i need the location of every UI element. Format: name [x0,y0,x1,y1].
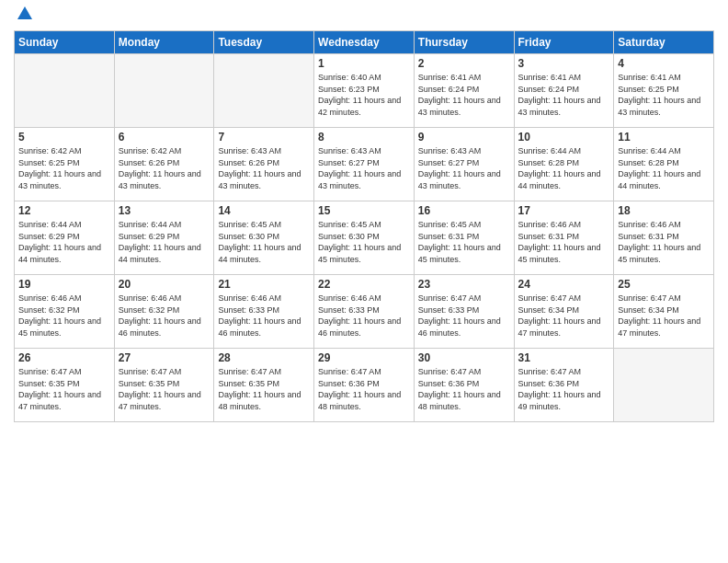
day-info: Sunrise: 6:44 AMSunset: 6:28 PMDaylight:… [618,145,710,191]
calendar-cell: 9 Sunrise: 6:43 AMSunset: 6:27 PMDayligh… [414,128,514,201]
calendar-cell: 14 Sunrise: 6:45 AMSunset: 6:30 PMDaylig… [214,201,314,275]
calendar-cell: 4 Sunrise: 6:41 AMSunset: 6:25 PMDayligh… [614,54,714,128]
day-info: Sunrise: 6:41 AMSunset: 6:24 PMDaylight:… [518,72,610,118]
day-number: 27 [119,351,210,364]
calendar-cell: 20 Sunrise: 6:46 AMSunset: 6:32 PMDaylig… [114,275,214,349]
calendar-header-friday: Friday [514,31,614,54]
day-number: 19 [18,278,110,291]
day-info: Sunrise: 6:40 AMSunset: 6:23 PMDaylight:… [318,72,410,118]
day-info: Sunrise: 6:47 AMSunset: 6:33 PMDaylight:… [418,293,510,339]
day-number: 5 [18,131,110,144]
calendar-cell [15,54,115,128]
calendar-cell: 6 Sunrise: 6:42 AMSunset: 6:26 PMDayligh… [114,128,214,201]
day-number: 22 [318,278,410,291]
day-info: Sunrise: 6:47 AMSunset: 6:35 PMDaylight:… [119,366,210,412]
calendar-header-tuesday: Tuesday [214,31,314,54]
calendar-cell: 30 Sunrise: 6:47 AMSunset: 6:36 PMDaylig… [414,349,514,422]
calendar-cell: 21 Sunrise: 6:46 AMSunset: 6:33 PMDaylig… [214,275,314,349]
day-info: Sunrise: 6:41 AMSunset: 6:25 PMDaylight:… [618,72,710,118]
calendar-cell: 28 Sunrise: 6:47 AMSunset: 6:35 PMDaylig… [214,349,314,422]
day-info: Sunrise: 6:45 AMSunset: 6:30 PMDaylight:… [218,219,310,265]
day-info: Sunrise: 6:43 AMSunset: 6:27 PMDaylight:… [418,145,510,191]
day-number: 30 [418,351,510,364]
calendar-cell: 8 Sunrise: 6:43 AMSunset: 6:27 PMDayligh… [314,128,415,201]
header [14,9,714,23]
calendar-week-5: 26 Sunrise: 6:47 AMSunset: 6:35 PMDaylig… [15,349,714,422]
logo-icon [16,5,34,23]
svg-marker-0 [17,6,32,19]
day-number: 7 [218,131,310,144]
day-number: 3 [518,57,610,70]
calendar-cell [214,54,314,128]
calendar-header-row: SundayMondayTuesdayWednesdayThursdayFrid… [15,31,714,54]
calendar-cell: 26 Sunrise: 6:47 AMSunset: 6:35 PMDaylig… [15,349,115,422]
calendar-header-saturday: Saturday [614,31,714,54]
calendar-week-3: 12 Sunrise: 6:44 AMSunset: 6:29 PMDaylig… [15,201,714,275]
calendar-week-1: 1 Sunrise: 6:40 AMSunset: 6:23 PMDayligh… [15,54,714,128]
day-number: 9 [418,131,510,144]
day-info: Sunrise: 6:47 AMSunset: 6:34 PMDaylight:… [618,293,710,339]
day-number: 4 [618,57,710,70]
calendar-cell: 17 Sunrise: 6:46 AMSunset: 6:31 PMDaylig… [514,201,614,275]
calendar-cell: 23 Sunrise: 6:47 AMSunset: 6:33 PMDaylig… [414,275,514,349]
calendar-week-2: 5 Sunrise: 6:42 AMSunset: 6:25 PMDayligh… [15,128,714,201]
day-info: Sunrise: 6:47 AMSunset: 6:36 PMDaylight:… [318,366,410,412]
calendar-cell: 3 Sunrise: 6:41 AMSunset: 6:24 PMDayligh… [514,54,614,128]
day-number: 26 [18,351,110,364]
day-number: 14 [218,204,310,217]
calendar-cell: 7 Sunrise: 6:43 AMSunset: 6:26 PMDayligh… [214,128,314,201]
day-number: 21 [218,278,310,291]
calendar-cell: 11 Sunrise: 6:44 AMSunset: 6:28 PMDaylig… [614,128,714,201]
day-number: 17 [518,204,610,217]
day-info: Sunrise: 6:45 AMSunset: 6:30 PMDaylight:… [318,219,410,265]
day-number: 13 [119,204,210,217]
calendar-week-4: 19 Sunrise: 6:46 AMSunset: 6:32 PMDaylig… [15,275,714,349]
calendar-cell: 2 Sunrise: 6:41 AMSunset: 6:24 PMDayligh… [414,54,514,128]
day-info: Sunrise: 6:43 AMSunset: 6:26 PMDaylight:… [218,145,310,191]
day-number: 29 [318,351,410,364]
day-info: Sunrise: 6:42 AMSunset: 6:25 PMDaylight:… [18,145,110,191]
calendar-cell: 15 Sunrise: 6:45 AMSunset: 6:30 PMDaylig… [314,201,415,275]
day-info: Sunrise: 6:41 AMSunset: 6:24 PMDaylight:… [418,72,510,118]
day-info: Sunrise: 6:46 AMSunset: 6:33 PMDaylight:… [218,293,310,339]
day-info: Sunrise: 6:45 AMSunset: 6:31 PMDaylight:… [418,219,510,265]
calendar: SundayMondayTuesdayWednesdayThursdayFrid… [14,30,714,422]
day-number: 25 [618,278,710,291]
day-info: Sunrise: 6:42 AMSunset: 6:26 PMDaylight:… [119,145,210,191]
calendar-cell: 12 Sunrise: 6:44 AMSunset: 6:29 PMDaylig… [15,201,115,275]
day-number: 15 [318,204,410,217]
day-info: Sunrise: 6:46 AMSunset: 6:31 PMDaylight:… [618,219,710,265]
day-number: 12 [18,204,110,217]
day-info: Sunrise: 6:46 AMSunset: 6:32 PMDaylight:… [18,293,110,339]
day-info: Sunrise: 6:47 AMSunset: 6:36 PMDaylight:… [518,366,610,412]
calendar-cell [614,349,714,422]
calendar-cell: 25 Sunrise: 6:47 AMSunset: 6:34 PMDaylig… [614,275,714,349]
calendar-cell: 24 Sunrise: 6:47 AMSunset: 6:34 PMDaylig… [514,275,614,349]
calendar-cell: 31 Sunrise: 6:47 AMSunset: 6:36 PMDaylig… [514,349,614,422]
calendar-header-sunday: Sunday [15,31,115,54]
calendar-cell: 29 Sunrise: 6:47 AMSunset: 6:36 PMDaylig… [314,349,415,422]
calendar-header-monday: Monday [114,31,214,54]
day-number: 16 [418,204,510,217]
day-number: 18 [618,204,710,217]
day-number: 28 [218,351,310,364]
calendar-cell: 19 Sunrise: 6:46 AMSunset: 6:32 PMDaylig… [15,275,115,349]
day-info: Sunrise: 6:44 AMSunset: 6:29 PMDaylight:… [18,219,110,265]
day-number: 23 [418,278,510,291]
day-info: Sunrise: 6:46 AMSunset: 6:32 PMDaylight:… [119,293,210,339]
day-info: Sunrise: 6:47 AMSunset: 6:34 PMDaylight:… [518,293,610,339]
calendar-cell: 22 Sunrise: 6:46 AMSunset: 6:33 PMDaylig… [314,275,415,349]
calendar-cell [114,54,214,128]
calendar-cell: 13 Sunrise: 6:44 AMSunset: 6:29 PMDaylig… [114,201,214,275]
day-info: Sunrise: 6:47 AMSunset: 6:35 PMDaylight:… [218,366,310,412]
day-info: Sunrise: 6:46 AMSunset: 6:33 PMDaylight:… [318,293,410,339]
page: SundayMondayTuesdayWednesdayThursdayFrid… [0,0,728,563]
day-number: 20 [119,278,210,291]
day-number: 8 [318,131,410,144]
day-number: 24 [518,278,610,291]
day-info: Sunrise: 6:44 AMSunset: 6:29 PMDaylight:… [119,219,210,265]
day-number: 6 [119,131,210,144]
day-info: Sunrise: 6:43 AMSunset: 6:27 PMDaylight:… [318,145,410,191]
calendar-cell: 16 Sunrise: 6:45 AMSunset: 6:31 PMDaylig… [414,201,514,275]
day-info: Sunrise: 6:47 AMSunset: 6:35 PMDaylight:… [18,366,110,412]
